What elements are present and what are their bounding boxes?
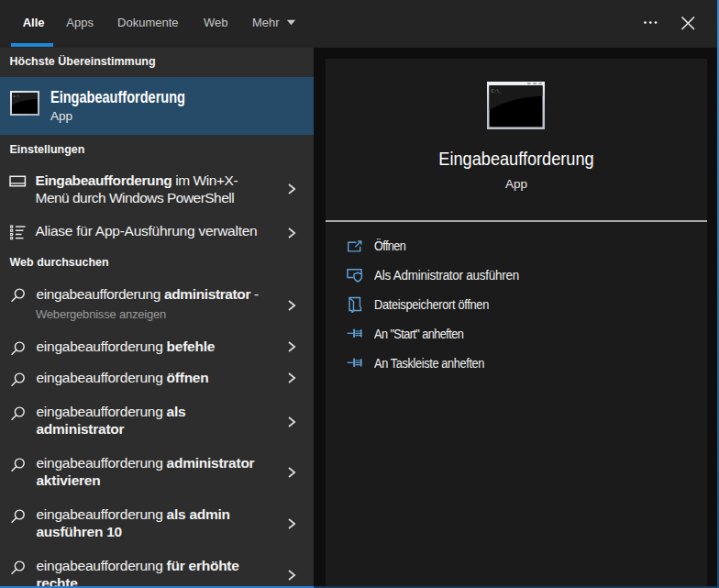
svg-text:C:\_: C:\_ bbox=[492, 88, 503, 93]
svg-text:C:\: C:\ bbox=[14, 94, 21, 98]
